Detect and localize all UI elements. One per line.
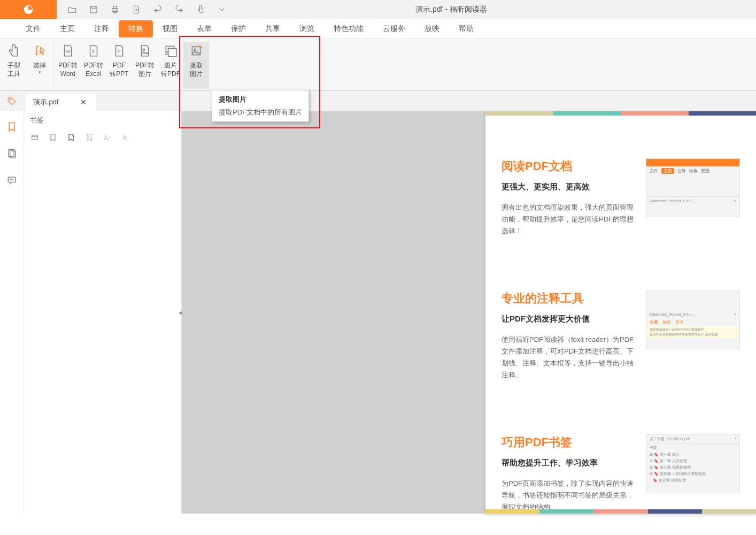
section-annotate: 专业的注释工具 让PDF文档发挥更大价值 使用福昕PDF阅读器（foxit re… <box>502 291 740 381</box>
pdf-page: 阅读PDF文档 更强大、更实用、更高效 拥有出色的文档渲染效果，强大的页面管理功… <box>485 111 756 514</box>
menu-slideshow[interactable]: 放映 <box>415 20 449 37</box>
ribbon: 手型 工具 选择 ▾ W PDF转 Word X PDF转 Excel P PD… <box>0 39 756 91</box>
save-icon[interactable] <box>89 5 98 14</box>
section-bookmark: 巧用PDF书签 帮助您提升工作、学习效率 为PDF页面添加书签，除了实现内容的快… <box>502 434 740 513</box>
tooltip-title: 提取图片 <box>219 95 302 104</box>
bookmark-rail-icon[interactable] <box>6 121 18 133</box>
section-title: 专业的注释工具 <box>502 291 635 307</box>
svg-rect-11 <box>168 49 176 57</box>
svg-point-14 <box>10 99 11 100</box>
tab-label: 演示.pdf <box>33 97 59 107</box>
menu-file[interactable]: 文件 <box>16 20 50 37</box>
menu-view[interactable]: 视图 <box>153 20 187 37</box>
tooltip-description: 提取PDF文档中的所有图片 <box>219 108 302 117</box>
menu-annotate[interactable]: 注释 <box>84 20 119 37</box>
menu-protect[interactable]: 保护 <box>221 20 256 37</box>
menu-help[interactable]: 帮助 <box>449 20 483 37</box>
extract-image-button[interactable]: 提取 图片 <box>183 42 209 89</box>
svg-point-19 <box>13 179 13 180</box>
svg-rect-1 <box>90 6 97 13</box>
menu-share[interactable]: 共享 <box>256 20 290 37</box>
comment-rail-icon[interactable] <box>6 174 18 186</box>
svg-point-18 <box>11 179 12 180</box>
menu-browse[interactable]: 浏览 <box>290 20 324 37</box>
splitter-handle[interactable]: ◂ <box>179 309 182 316</box>
pdf-to-word-button[interactable]: W PDF转 Word <box>55 42 81 89</box>
section-body: 使用福昕PDF阅读器（foxit reader）为PDF文件添加注释，可对PDF… <box>502 334 635 381</box>
ribbon-group-tools: 手型 工具 选择 ▾ <box>0 42 54 89</box>
pdf-to-excel-button[interactable]: X PDF转 Excel <box>81 42 106 89</box>
pdf-to-image-button[interactable]: PDF转 图片 <box>132 42 158 89</box>
menu-convert[interactable]: 转换 <box>119 20 153 37</box>
svg-text:W: W <box>66 49 71 54</box>
menu-cloud[interactable]: 云服务 <box>373 20 415 37</box>
new-bookmark-icon[interactable] <box>65 132 77 143</box>
collapse-icon[interactable] <box>29 132 41 143</box>
menubar: 文件 主页 注释 转换 视图 表单 保护 共享 浏览 特色功能 云服务 放映 帮… <box>0 19 756 39</box>
svg-rect-3 <box>113 6 117 9</box>
menu-form[interactable]: 表单 <box>187 20 221 37</box>
section-subtitle: 更强大、更实用、更高效 <box>502 182 635 192</box>
menu-home[interactable]: 主页 <box>50 20 84 37</box>
left-rail <box>0 111 24 514</box>
window-title: 演示.pdf - 福昕阅读器 <box>146 5 756 14</box>
section-body: 为PDF页面添加书签，除了实现内容的快速导航，书签还能指明不同书签的层级关系，展… <box>502 478 635 513</box>
svg-rect-20 <box>32 135 38 140</box>
tab-bar: 演示.pdf ✕ <box>0 91 756 111</box>
font-larger-icon[interactable]: A+ <box>102 132 113 143</box>
document-tab[interactable]: 演示.pdf ✕ <box>26 93 96 111</box>
section-thumbnail: 员工手册_20120917.pdf × 书签 ⊞ 🔖 第一章 简介 ⊞ 🔖 第二… <box>646 434 740 493</box>
pdf-to-ppt-button[interactable]: P PDF 转PPT <box>106 42 132 89</box>
open-icon[interactable] <box>67 5 77 14</box>
section-subtitle: 让PDF文档发挥更大价值 <box>502 314 635 324</box>
svg-point-13 <box>194 49 196 50</box>
delete-bookmark-icon[interactable] <box>83 132 95 143</box>
tab-tag-icon[interactable] <box>0 91 24 111</box>
print-icon[interactable] <box>110 5 120 14</box>
svg-point-17 <box>10 179 11 180</box>
svg-point-8 <box>143 49 144 50</box>
svg-rect-2 <box>112 9 118 12</box>
section-read: 阅读PDF文档 更强大、更实用、更高效 拥有出色的文档渲染效果，强大的页面管理功… <box>502 158 740 237</box>
section-title: 巧用PDF书签 <box>502 434 635 450</box>
tab-close-icon[interactable]: ✕ <box>80 98 87 106</box>
tooltip: 提取图片 提取PDF文档中的所有图片 <box>212 90 309 122</box>
sidebar-panel: 书签 A+ A− <box>24 111 182 514</box>
svg-text:X: X <box>92 49 95 54</box>
ribbon-group-convert: W PDF转 Word X PDF转 Excel P PDF 转PPT PDF转… <box>54 42 210 89</box>
new-doc-icon[interactable] <box>132 5 141 14</box>
main-area: 书签 A+ A− ◂ 阅读PDF文档 更强大、更实用、更高效 拥有出色的文档渲染 <box>0 111 756 514</box>
section-subtitle: 帮助您提升工作、学习效率 <box>502 458 635 468</box>
bottom-stripe <box>485 509 756 514</box>
sidebar-toolbar: A+ A− <box>24 129 181 146</box>
app-logo[interactable] <box>0 0 57 19</box>
sidebar-title: 书签 <box>24 111 181 129</box>
font-smaller-icon[interactable]: A− <box>120 132 132 143</box>
hand-tool-button[interactable]: 手型 工具 <box>1 42 27 89</box>
section-thumbnail: Datasheet_Reader_CN.p... × 免费、快速、安全 福昕阅读… <box>646 291 740 349</box>
top-stripe <box>485 111 756 116</box>
pages-rail-icon[interactable] <box>6 148 18 159</box>
svg-text:P: P <box>118 49 121 54</box>
document-canvas[interactable]: ◂ 阅读PDF文档 更强大、更实用、更高效 拥有出色的文档渲染效果，强大的页面管… <box>182 111 756 514</box>
menu-features[interactable]: 特色功能 <box>324 20 373 37</box>
section-thumbnail: 文件主页注释转换视图 Datasheet_Reader_CN.p... × <box>646 158 740 217</box>
select-button[interactable]: 选择 ▾ <box>27 42 52 89</box>
titlebar: 演示.pdf - 福昕阅读器 <box>0 0 756 19</box>
section-title: 阅读PDF文档 <box>502 158 635 174</box>
section-body: 拥有出色的文档渲染效果，强大的页面管理功能，帮助提升效率，是您阅读PDF的理想选… <box>502 202 635 237</box>
add-bookmark-icon[interactable] <box>47 132 59 143</box>
image-to-pdf-button[interactable]: 图片 转PDF <box>158 42 183 89</box>
